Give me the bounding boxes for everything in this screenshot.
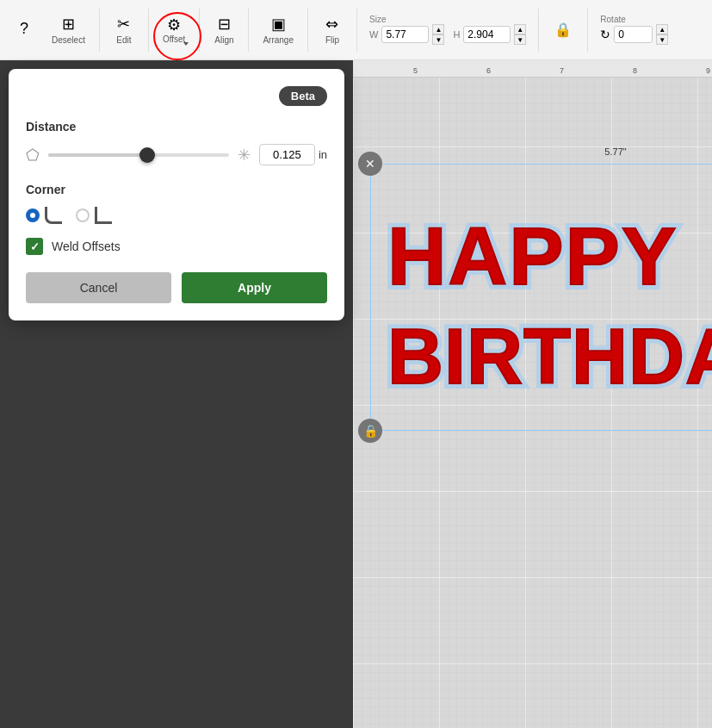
corner-title: Corner [26, 183, 327, 196]
align-label: Align [214, 35, 233, 45]
arrange-button[interactable]: ▣ Arrange [256, 11, 300, 48]
size-input-row: W ▲ ▼ H ▲ ▼ [369, 24, 526, 45]
cancel-button[interactable]: Cancel [26, 272, 171, 303]
arrange-label: Arrange [263, 35, 294, 45]
ruler-mark-6: 6 [486, 66, 491, 75]
separator-1 [99, 9, 100, 52]
rotate-input-row: ↻ ▲ ▼ [600, 24, 668, 45]
separator-3 [199, 9, 200, 52]
square-corner-icon [95, 207, 112, 224]
distance-slider-container [48, 153, 229, 157]
canvas-area: 5 6 7 8 9 10 11 5.77" 2.904" ✕ ↻ [353, 60, 712, 728]
rotate-label: Rotate [600, 15, 625, 24]
width-label: W [369, 29, 378, 40]
lock-handle[interactable]: 🔒 [358, 419, 382, 443]
width-spinners: ▲ ▼ [432, 24, 444, 45]
width-down[interactable]: ▼ [432, 34, 444, 45]
slider-thumb [139, 147, 155, 163]
corner-section: Corner [26, 183, 327, 224]
distance-title: Distance [26, 120, 327, 134]
size-field: Size W ▲ ▼ H ▲ ▼ [364, 13, 531, 47]
expand-icon: ✳ [238, 146, 251, 165]
height-up[interactable]: ▲ [514, 24, 526, 34]
offset-panel: Beta Distance ⬠ ✳ [0, 60, 353, 728]
delete-icon: ✕ [365, 157, 375, 171]
edit-icon: ✂ [117, 15, 130, 34]
corner-square-option[interactable] [76, 207, 112, 224]
size-label: Size [369, 15, 386, 24]
popup-header: Beta [26, 86, 327, 106]
deselect-icon: ⊞ [62, 15, 75, 34]
button-row: Cancel Apply [26, 272, 327, 303]
separator-6 [356, 9, 357, 52]
align-button[interactable]: ⊟ Align [207, 11, 241, 48]
deselect-label: Deselect [52, 35, 85, 45]
main-area: Beta Distance ⬠ ✳ [0, 60, 712, 728]
delete-handle[interactable]: ✕ [358, 152, 382, 176]
help-button[interactable]: ? [7, 16, 41, 43]
separator-7 [538, 9, 539, 52]
polygon-icon: ⬠ [26, 146, 40, 165]
width-up[interactable]: ▲ [432, 24, 444, 34]
edit-button[interactable]: ✂ Edit [107, 11, 141, 48]
separator-4 [248, 9, 249, 52]
flip-icon: ⇔ [325, 15, 338, 34]
lock-handle-icon: 🔒 [363, 424, 378, 438]
distance-row: ⬠ ✳ in [26, 144, 327, 165]
rotate-down[interactable]: ▼ [656, 34, 668, 45]
beta-badge: Beta [279, 86, 327, 106]
distance-input-group: in [259, 144, 327, 165]
height-label: H [453, 29, 460, 40]
corner-options [26, 207, 327, 224]
weld-row: Weld Offsets [26, 238, 327, 255]
offset-button[interactable]: ⚙ Offset [156, 12, 193, 47]
weld-label: Weld Offsets [52, 240, 121, 253]
rotate-field: Rotate ↻ ▲ ▼ [595, 13, 673, 47]
svg-text:HAPPY: HAPPY [387, 210, 678, 302]
slider-track [48, 153, 229, 157]
distance-value-input[interactable] [259, 144, 315, 165]
height-spinners: ▲ ▼ [514, 24, 526, 45]
deselect-button[interactable]: ⊞ Deselect [45, 11, 92, 48]
corner-rounded-option[interactable] [26, 207, 62, 224]
unit-label: in [319, 148, 327, 161]
rotate-icon: ↻ [600, 28, 610, 41]
separator-8 [587, 9, 588, 52]
offset-popup: Beta Distance ⬠ ✳ [9, 69, 344, 320]
toolbar: ? ⊞ Deselect ✂ Edit ⚙ Offset ⊟ Align ▣ A… [0, 0, 712, 60]
rounded-corner-icon [45, 207, 62, 224]
birthday-art: HAPPY BIRTHDAY! HAPPY BIRTHDAY! [383, 177, 712, 418]
separator-2 [148, 9, 149, 52]
lock-icon: 🔒 [554, 22, 572, 38]
corner-rounded-radio[interactable] [26, 208, 40, 222]
svg-text:BIRTHDAY!: BIRTHDAY! [387, 314, 712, 400]
separator-5 [307, 9, 308, 52]
corner-square-radio[interactable] [76, 208, 90, 222]
lock-button[interactable]: 🔒 [546, 18, 580, 41]
flip-label: Flip [325, 35, 339, 45]
ruler-mark-8: 8 [633, 66, 637, 75]
top-dimension-label: 5.77" [604, 146, 626, 157]
arrange-icon: ▣ [271, 15, 286, 34]
width-input[interactable] [381, 26, 429, 43]
rotate-up[interactable]: ▲ [656, 24, 668, 34]
height-input[interactable] [463, 26, 511, 43]
offset-label: Offset [163, 34, 186, 44]
flip-button[interactable]: ⇔ Flip [315, 11, 350, 48]
rotate-input[interactable] [614, 26, 653, 43]
rotate-spinners: ▲ ▼ [656, 24, 668, 45]
align-icon: ⊟ [218, 15, 231, 34]
weld-checkbox[interactable] [26, 238, 43, 255]
ruler-mark-7: 7 [560, 66, 564, 75]
height-down[interactable]: ▼ [514, 34, 526, 45]
offset-icon: ⚙ [167, 16, 181, 34]
help-icon: ? [20, 20, 28, 38]
ruler-mark-9: 9 [706, 66, 710, 75]
selected-area: 5.77" 2.904" ✕ ↻ 🔒 ↗ [370, 164, 712, 431]
apply-button[interactable]: Apply [182, 272, 327, 303]
ruler-top: 5 6 7 8 9 10 11 [353, 60, 712, 78]
ruler-mark-5: 5 [413, 66, 418, 75]
birthday-svg: HAPPY BIRTHDAY! HAPPY BIRTHDAY! [383, 177, 712, 409]
edit-label: Edit [116, 35, 131, 45]
